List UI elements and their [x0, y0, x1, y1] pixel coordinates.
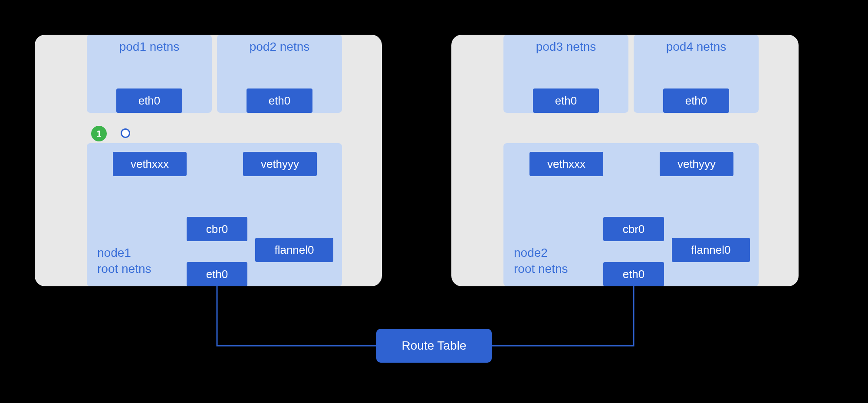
node2-eth0: eth0	[603, 262, 664, 286]
node1-root-netns: vethxxx vethyyy cbr0 flannel0 eth0 node1…	[87, 143, 342, 286]
pod4-netns: pod4 netns eth0	[634, 35, 759, 113]
node1-eth0: eth0	[187, 262, 247, 286]
node1-vethxxx: vethxxx	[113, 152, 187, 176]
node2-cbr0: cbr0	[603, 217, 664, 241]
pod1-eth0: eth0	[116, 88, 182, 113]
node2-vethxxx: vethxxx	[529, 152, 603, 176]
node-card-2: pod3 netns eth0 pod4 netns eth0 vethxxx …	[451, 35, 799, 286]
pod2-netns: pod2 netns eth0	[217, 35, 342, 113]
pod4-label: pod4 netns	[634, 40, 759, 54]
pod2-label: pod2 netns	[217, 40, 342, 54]
node1-root-label: node1 root netns	[97, 245, 151, 277]
annotation-dot-icon	[121, 128, 130, 138]
node1-flannel0: flannel0	[255, 238, 333, 262]
node1-vethyyy: vethyyy	[243, 152, 317, 176]
pod3-eth0: eth0	[533, 88, 599, 113]
node2-vethyyy: vethyyy	[660, 152, 733, 176]
pod3-label: pod3 netns	[503, 40, 628, 54]
node-card-1: pod1 netns eth0 pod2 netns eth0 vethxxx …	[35, 35, 382, 286]
pod3-netns: pod3 netns eth0	[503, 35, 628, 113]
route-table: Route Table	[376, 329, 492, 363]
pod1-netns: pod1 netns eth0	[87, 35, 212, 113]
network-diagram: pod1 netns eth0 pod2 netns eth0 vethxxx …	[0, 0, 868, 403]
pod4-eth0: eth0	[663, 88, 729, 113]
node1-cbr0: cbr0	[187, 217, 247, 241]
annotation-badge-1: 1	[91, 126, 107, 141]
node2-flannel0: flannel0	[672, 238, 750, 262]
pod2-eth0: eth0	[247, 88, 312, 113]
node2-root-netns: vethxxx vethyyy cbr0 flannel0 eth0 node2…	[503, 143, 759, 286]
pod1-label: pod1 netns	[87, 40, 212, 54]
node2-root-label: node2 root netns	[514, 245, 568, 277]
